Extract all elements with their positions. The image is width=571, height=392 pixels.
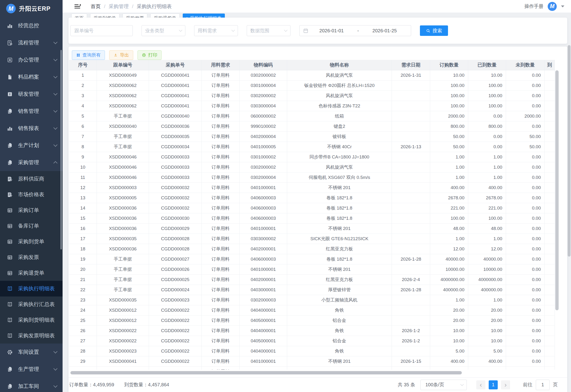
column-header-采购单号[interactable]: 采购单号 <box>149 60 202 70</box>
manual-link[interactable]: 操作手册 <box>524 3 543 10</box>
user-menu-caret-icon[interactable] <box>561 5 564 7</box>
table-row[interactable]: 7手工单据CGDD000035订单用料0402000004镀锌板50.000.0… <box>69 132 555 142</box>
sidebar-item-车间设置[interactable]: 车间设置 <box>0 344 62 361</box>
table-row[interactable]: 19手工单据CGDD000027订单用料0406000003卷板 182*1.8… <box>69 254 555 265</box>
sidebar-subitem-采购发票[interactable]: 采购发票 <box>0 250 62 265</box>
print-button[interactable]: 打印 <box>137 50 162 60</box>
column-header-物料名称[interactable]: 物料名称 <box>287 60 392 70</box>
table-row[interactable]: 11XSDD000046CGDD000033订单用料0302000004伺服电机… <box>69 172 555 183</box>
column-header-物料编码[interactable]: 物料编码 <box>240 60 287 70</box>
table-vertical-scrollbar-thumb[interactable] <box>555 70 559 310</box>
page-size-select[interactable]: 100条/页 <box>421 380 467 390</box>
column-header-已到数量[interactable]: 已到数量 <box>468 60 506 70</box>
sidebar-subitem-原料供应商[interactable]: 原料供应商 <box>0 171 62 187</box>
table-cell: 1.00 <box>430 172 468 182</box>
table-row[interactable]: 17XSDD000035CGDD000028订单用料0303000002SICK… <box>69 234 555 244</box>
sidebar-item-label: 生产计划 <box>18 142 39 149</box>
table-row[interactable]: 24XSDD000012CGDD000022订单用料0404000001角铁20… <box>69 305 555 316</box>
sidebar-subitem-采购执行汇总表[interactable]: 采购执行汇总表 <box>0 296 62 312</box>
table-row[interactable]: 15XSDD000036CGDD000030订单用料0406000003卷板 1… <box>69 213 555 224</box>
sidebar-subitem-采购到货单[interactable]: 采购到货单 <box>0 234 62 250</box>
sidebar-item-研发管理[interactable]: 研发管理 <box>0 85 62 103</box>
date-range-picker[interactable]: 2026-01-01 - 2026-01-25 <box>299 25 411 36</box>
table-horizontal-scrollbar-thumb[interactable] <box>70 371 462 374</box>
table-row[interactable]: 2XSDD000062CGDD000041订单用料0301000004钣金铰链件… <box>69 81 555 91</box>
table-row[interactable]: 14XSDD000036CGDD000032订单用料0406000003卷板 1… <box>69 203 555 213</box>
table-row[interactable]: 30订单用料 <box>69 367 555 370</box>
table-row[interactable]: 25XSDD000012CGDD000022订单用料0405000001铝合金2… <box>69 316 555 326</box>
prev-page-button[interactable] <box>476 380 485 389</box>
table-row[interactable]: 18XSDD000036CGDD000028订单用料0402000001红黑亚克… <box>69 244 555 254</box>
table-row[interactable]: 10XSDD000046CGDD000033订单用料0302000002风机旋涡… <box>69 162 555 172</box>
table-cell: 0402000004 <box>240 132 287 141</box>
column-header-订购数量[interactable]: 订购数量 <box>430 60 468 70</box>
table-row[interactable]: 13XSDD000005CGDD000032订单用料0406000003卷板 1… <box>69 193 555 203</box>
table-row[interactable]: 16XSDD000036CGDD000029订单用料0401000001不锈钢 … <box>69 224 555 234</box>
table-row[interactable]: 28XSDD000023CGDD000022订单用料0404000001角铁5.… <box>69 346 555 356</box>
table-row[interactable]: 6XSDD000040CGDD000036订单用料9990100002键盘280… <box>69 121 555 132</box>
table-row[interactable]: 29XSDD000041CGDD000022订单用料0401000001不锈钢 … <box>69 356 555 367</box>
sidebar-item-销售报表[interactable]: 销售报表 <box>0 120 62 137</box>
table-row[interactable]: 8手工单据CGDD000034订单用料0401000005不锈钢 40Cr202… <box>69 142 555 152</box>
sidebar-item-加工车间[interactable]: 加工车间 <box>0 378 62 392</box>
query-all-button[interactable]: 查询所有 <box>72 50 105 60</box>
table-row[interactable]: 27XSDD000022CGDD000022订单用料0405000001铝合金2… <box>69 336 555 346</box>
search-button[interactable]: 搜索 <box>420 25 448 36</box>
chevron-up-icon <box>54 161 58 165</box>
user-avatar[interactable]: M <box>548 2 557 11</box>
sidebar-subitem-采购执行明细表[interactable]: 采购执行明细表 <box>0 281 62 296</box>
sidebar-item-生产管理[interactable]: 生产管理 <box>0 361 62 378</box>
export-button[interactable]: 导出 <box>109 50 133 60</box>
track-number-input[interactable] <box>70 25 133 36</box>
sidebar-item-办公管理[interactable]: 办公管理 <box>0 51 62 69</box>
table-row[interactable]: 1XSDD000049CGDD000041订单用料0302000002风机旋涡气… <box>69 70 555 81</box>
collapse-menu-icon[interactable] <box>74 3 81 10</box>
table-cell: 1.00 <box>430 152 468 162</box>
sidebar-scrollbar[interactable] <box>60 50 62 250</box>
sidebar-subitem-采购到货明细表[interactable]: 采购到货明细表 <box>0 312 62 328</box>
sidebar-item-流程管理[interactable]: 流程管理 <box>0 34 62 51</box>
table-row[interactable]: 3XSDD000062CGDD000041订单用料0302000002风机旋涡气… <box>69 91 555 101</box>
sidebar-subitem-采购发票明细表[interactable]: 采购发票明细表 <box>0 328 62 344</box>
tab-首页[interactable]: 首页 <box>71 14 87 18</box>
sidebar-subitem-备库订单[interactable]: 备库订单 <box>0 218 62 234</box>
table-row[interactable]: 23XSDD000035CGDD000023订单用料0302000003小型工频… <box>69 295 555 305</box>
column-header-需求日期[interactable]: 需求日期 <box>392 60 430 70</box>
tab-采购发票[interactable]: 采购发票 <box>122 14 147 18</box>
next-page-button[interactable] <box>501 380 510 389</box>
tab-采购退货单[interactable]: 采购退货单 <box>150 14 180 18</box>
column-header-用料需求[interactable]: 用料需求 <box>202 60 240 70</box>
table-row[interactable]: 12XSDD000003CGDD000032订单用料0401000001不锈钢 … <box>69 183 555 193</box>
sidebar-subitem-市场价格表[interactable]: 市场价格表 <box>0 187 62 202</box>
sidebar-subitem-采购退货单[interactable]: 采购退货单 <box>0 265 62 281</box>
breadcrumb-purchase[interactable]: 采购管理 <box>109 3 129 10</box>
table-horizontal-scrollbar[interactable] <box>69 371 555 374</box>
breadcrumb-home[interactable]: 首页 <box>91 3 101 10</box>
goto-page-input[interactable] <box>536 380 550 390</box>
table-row[interactable]: 22手工单据CGDD000024订单用料0403000001厚壁镀锌管2026-… <box>69 285 555 295</box>
column-header-序号[interactable]: 序号 <box>69 60 97 70</box>
column-header-跟单编号[interactable]: 跟单编号 <box>97 60 149 70</box>
table-row[interactable]: 5手工单据CGDD000040订单用料0600000002纸箱2000.000.… <box>69 111 555 121</box>
current-page-button[interactable]: 1 <box>489 380 498 389</box>
tab-采购执行明细表[interactable]: 采购执行明细表 <box>183 14 225 18</box>
page-scrollbar-thumb[interactable] <box>568 45 571 257</box>
column-header-到[interactable]: 到 <box>545 60 555 70</box>
sidebar-item-料品档案[interactable]: 料品档案 <box>0 69 62 85</box>
sidebar-item-销售管理[interactable]: 销售管理 <box>0 103 62 120</box>
sidebar-item-经营总控[interactable]: 经营总控 <box>0 17 62 34</box>
sidebar-subitem-采购订单[interactable]: 采购订单 <box>0 202 62 218</box>
table-row[interactable]: 9XSDD000046CGDD000033订单用料0301000002同步带件B… <box>69 152 555 162</box>
table-row[interactable]: 26XSDD000022CGDD000022订单用料0404000001角铁20… <box>69 326 555 336</box>
business-type-select[interactable]: 业务类型 <box>142 25 185 36</box>
table-row[interactable]: 4XSDD000062CGDD000041订单用料0303000004色标传感器… <box>69 101 555 111</box>
material-demand-select[interactable]: 用料需求 <box>194 25 238 36</box>
tab-采购到货单[interactable]: 采购到货单 <box>90 14 120 18</box>
table-row[interactable]: 21手工单据CGDD000025订单用料0402000001红黑亚克力板2026… <box>69 275 555 285</box>
sidebar-item-生产计划[interactable]: 生产计划 <box>0 137 62 154</box>
table-row[interactable]: 20手工单据CGDD000026订单用料0401000001不锈钢 201100… <box>69 265 555 275</box>
sidebar-item-采购管理[interactable]: 采购管理 <box>0 154 62 171</box>
data-range-select[interactable]: 数据范围 <box>247 25 290 36</box>
column-header-未到数量[interactable]: 未到数量 <box>506 60 545 70</box>
table-vertical-scrollbar[interactable] <box>555 60 559 370</box>
